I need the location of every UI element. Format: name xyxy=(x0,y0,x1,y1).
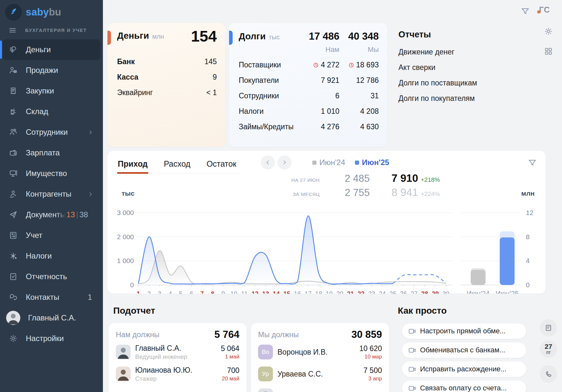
sidebar-item-контакты[interactable]: Контакты1 xyxy=(3,287,100,308)
chart-filter-icon[interactable] xyxy=(527,158,537,169)
video-icon xyxy=(408,365,416,374)
svg-text:Июн'24: Июн'24 xyxy=(467,290,490,294)
sidebar-item-label: Настройки xyxy=(26,334,64,343)
svg-text:9: 9 xyxy=(221,290,225,294)
chart-prev-button[interactable] xyxy=(261,155,275,170)
report-link[interactable]: Долги по покупателям xyxy=(398,91,477,106)
filter-icon[interactable] xyxy=(520,6,530,17)
apps-grid-icon[interactable] xyxy=(544,46,553,57)
workspace-switcher[interactable]: ГС xyxy=(539,5,550,15)
svg-text:5: 5 xyxy=(179,290,183,294)
debts-value-to-us: 1 010 xyxy=(301,103,339,119)
legend-item[interactable]: Июн'24 xyxy=(312,158,345,167)
howto-button-label: Обмениваться с банкам... xyxy=(420,346,505,354)
sidebar-item-label: Деньги xyxy=(26,45,51,54)
reporting-icon xyxy=(8,272,18,281)
debts-card[interactable]: Долгитыс 17 486 40 348 Нам Мы Поставщики… xyxy=(229,23,387,147)
pod-row[interactable]: Юлианова Ю.Ю.Стажер70020 май xyxy=(116,363,239,385)
photo-avatar xyxy=(116,345,131,359)
debts-rows: Поставщики4 27218 693Покупатели7 92112 7… xyxy=(239,57,379,134)
money-card[interactable]: Деньгимлн 154 Банк145Касса9Эквайринг< 1 xyxy=(107,23,225,147)
debts-row-label: Займы/Кредиты xyxy=(239,119,301,134)
sidebar-item-закупки[interactable]: Закупки xyxy=(3,81,100,101)
svg-text:27: 27 xyxy=(411,290,418,294)
legend-item[interactable]: Июн'25 xyxy=(355,158,389,167)
pod-row[interactable]: ВоВоронцов И.В.10 62010 мар xyxy=(258,341,382,363)
tab-приход[interactable]: Приход xyxy=(117,157,148,173)
reports-block: Отчеты Движение денегАкт сверкиДолги по … xyxy=(398,30,477,106)
debts-row-label: Поставщики xyxy=(239,57,301,73)
svg-text:24: 24 xyxy=(379,290,386,294)
sidebar-item-документы[interactable]: Документы13|38 xyxy=(3,204,100,225)
podotchet-title: Подотчет xyxy=(113,306,155,316)
report-link[interactable]: Долги по поставщикам xyxy=(398,75,477,91)
howto-button[interactable]: Исправить расхождение... xyxy=(402,361,527,377)
debts-total-to-us: 17 486 xyxy=(301,31,339,42)
workspace-initials: ГС xyxy=(539,5,550,14)
sidebar-item-учет[interactable]: Учет xyxy=(3,225,100,246)
pod-due-date: 3 апр xyxy=(363,376,382,382)
legend-label: Июн'25 xyxy=(362,158,389,167)
saby-logo-icon[interactable] xyxy=(5,4,22,21)
tab-остаток[interactable]: Остаток xyxy=(206,157,237,173)
money-row[interactable]: Банк145 xyxy=(117,54,217,69)
money-row-value: < 1 xyxy=(206,88,217,97)
pod-person-role: Ведущий инженер xyxy=(135,353,187,360)
money-row[interactable]: Эквайринг< 1 xyxy=(117,85,217,100)
svg-text:12: 12 xyxy=(252,290,259,294)
sidebar-item-зарплата[interactable]: Зарплата xyxy=(3,142,100,163)
sidebar-item-настройки[interactable]: Настройки xyxy=(3,328,100,349)
debts-row-label: Налоги xyxy=(239,103,301,119)
pod-row[interactable]: Алексеев И.И.4 000 xyxy=(258,385,382,392)
svg-text:Июн'25: Июн'25 xyxy=(496,290,519,294)
svg-text:30: 30 xyxy=(442,290,449,294)
sidebar-item-имущество[interactable]: Имущество xyxy=(3,163,100,184)
howto-button[interactable]: Обмениваться с банкам... xyxy=(402,342,527,358)
chevron-right-icon xyxy=(88,130,93,135)
svg-text:2: 2 xyxy=(147,290,151,294)
report-link[interactable]: Акт сверки xyxy=(398,60,477,75)
chart-body: 3 0002 0001 0000123456789101112131415161… xyxy=(115,196,539,294)
svg-text:16: 16 xyxy=(294,290,301,294)
pod-row[interactable]: УрУрваева С.С.7 5003 апр xyxy=(258,363,382,385)
sidebar-item-склад[interactable]: Склад xyxy=(3,101,100,122)
sidebar-item-label: Продажи xyxy=(26,66,58,75)
chart-next-button[interactable] xyxy=(277,155,292,170)
sidebar-item-сотрудники[interactable]: Сотрудники xyxy=(3,122,100,142)
howto-button[interactable]: Настроить прямой обме... xyxy=(402,323,527,339)
sidebar-item-отчетность[interactable]: Отчетность xyxy=(3,266,100,287)
pod-row[interactable]: Главный С.А.Ведущий инженер5 0641 май xyxy=(116,341,239,363)
phone-icon[interactable] xyxy=(540,365,557,383)
note-icon[interactable] xyxy=(540,319,557,337)
svg-text:20: 20 xyxy=(336,290,344,294)
pod-person: Юлианова Ю.Ю.Стажер xyxy=(135,366,192,382)
notification-dot xyxy=(537,10,540,14)
sidebar-item-деньги[interactable]: Деньги xyxy=(3,39,100,60)
debts-header: Долгитыс 17 486 40 348 Нам Мы xyxy=(239,31,379,57)
money-card-title: Деньги xyxy=(117,31,149,41)
settings-icon xyxy=(8,334,18,343)
pod-person-name: Главный С.А. xyxy=(135,344,187,353)
tab-расход[interactable]: Расход xyxy=(163,157,191,173)
sidebar-item-label: Контакты xyxy=(26,293,59,302)
money-card-unit: млн xyxy=(152,33,164,40)
owed-to-us-card[interactable]: Нам должны5 764Главный С.А.Ведущий инжен… xyxy=(109,323,246,392)
pod-person-name: Урваева С.С. xyxy=(277,370,323,378)
daily-line-chart[interactable]: 3 0002 0001 0000123456789101112131415161… xyxy=(115,196,456,294)
gear-icon[interactable] xyxy=(544,26,553,37)
sidebar-item-налоги[interactable]: Налоги xyxy=(3,246,100,266)
menu-icon[interactable] xyxy=(8,26,17,34)
money-row[interactable]: Касса9 xyxy=(117,69,217,85)
debts-value-we-owe: 12 786 xyxy=(339,73,379,88)
sidebar-item-продажи[interactable]: Продажи xyxy=(3,60,100,81)
calendar-date-chip[interactable]: 27 пт xyxy=(540,340,557,358)
sidebar-item-контрагенты[interactable]: Контрагенты xyxy=(3,184,100,204)
chart-legend: Июн'24Июн'25 xyxy=(312,158,389,167)
sidebar-item-главный-с-а-[interactable]: Главный С.А. xyxy=(3,308,100,328)
report-link[interactable]: Движение денег xyxy=(398,44,477,60)
month-bar-chart[interactable]: 12840Июн'24Июн'25 xyxy=(459,196,539,294)
svg-text:17: 17 xyxy=(305,290,312,294)
howto-button[interactable]: Связать оплату со счета... xyxy=(402,380,527,392)
we-owe-card[interactable]: Мы должны30 859ВоВоронцов И.В.10 62010 м… xyxy=(251,323,389,392)
pod-person-name: Воронцов И.В. xyxy=(277,348,327,357)
